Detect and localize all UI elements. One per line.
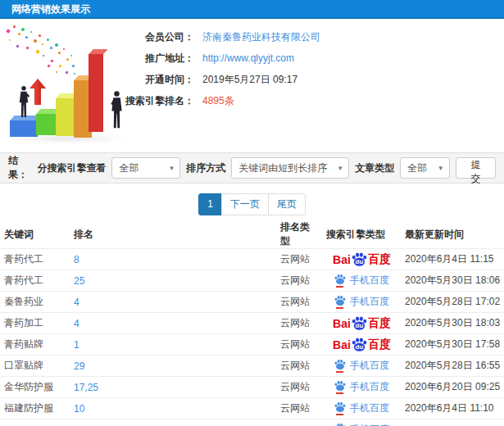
confetti-dot (26, 47, 30, 50)
businessman-left-icon (17, 84, 30, 120)
confetti-dot (21, 28, 25, 31)
table-row: 金华防护服17,25云网站手机百度2020年6月20日 09:25 (0, 377, 504, 398)
confetti-dot (51, 60, 54, 63)
baidu-logo: Baidu百度 (333, 337, 391, 352)
baidu-logo: Baidu百度 (333, 315, 391, 331)
keyword-cell: 膏药代工 (0, 249, 70, 270)
engine-type-cell: 手机百度 (322, 270, 401, 292)
pagination-page-1[interactable]: 1 (198, 193, 222, 215)
page: 网络营销效果展示 会员公司：济 (0, 0, 504, 426)
updated-time-cell: 2020年6月4日 11:15 (401, 249, 504, 270)
info-value[interactable]: 济南秦鲁药业科技有限公司 (202, 30, 320, 44)
keyword-ranking-table: 关键词 排名 排名类型 搜索引擎类型 最新更新时间 膏药代工8云网站Baidu百… (0, 220, 504, 426)
confetti-dot (34, 39, 37, 43)
pagination-next[interactable]: 下一页 (221, 193, 269, 215)
bar-blue (10, 120, 38, 137)
filter-bar: 结果： 分搜索引擎查看 全部 ▼ 排序方式 关键词由短到长排序 ▼ 文章类型 全… (0, 152, 504, 184)
baidu-logo-cn: 百度 (368, 316, 391, 331)
page-title: 网络营销效果展示 (11, 3, 90, 15)
rank-cell[interactable]: 10 (70, 398, 276, 419)
engine-type-cell: Baidu百度 (322, 249, 401, 270)
baidu-paw-icon (334, 359, 346, 373)
baidu-paw-icon: du (352, 252, 367, 267)
confetti-dot (48, 65, 51, 68)
rank-cell[interactable]: 25 (70, 270, 276, 292)
confetti-dot (43, 55, 45, 57)
table-header-row: 关键词 排名 排名类型 搜索引擎类型 最新更新时间 (0, 220, 504, 249)
rank-type-cell: 云网站 (276, 292, 322, 313)
mobile-baidu-logo: 手机百度 (334, 359, 389, 373)
baidu-paw-icon: du (352, 315, 367, 331)
updated-time-cell: 2020年5月28日 16:55 (401, 356, 504, 377)
info-label: 开通时间： (119, 73, 194, 87)
mobile-baidu-logo: 手机百度 (334, 380, 389, 394)
col-header-updated: 最新更新时间 (401, 220, 504, 249)
rank-cell[interactable]: 8 (70, 249, 276, 270)
rank-cell[interactable]: 1 (70, 334, 276, 356)
updated-time-cell: 2020年6月4日 11:10 (401, 398, 504, 419)
engine-filter-select[interactable]: 全部 ▼ (111, 157, 180, 179)
updated-time-cell: 2020年5月28日 17:02 (401, 292, 504, 313)
updated-time-cell (401, 419, 504, 426)
bar-green (36, 114, 56, 135)
article-type-value: 全部 (407, 161, 427, 175)
confetti-dot (56, 71, 57, 73)
rank-cell[interactable] (70, 419, 276, 426)
confetti-dot (9, 39, 11, 42)
chevron-down-icon: ▼ (337, 165, 343, 172)
rank-type-cell: 云网站 (276, 249, 322, 270)
rank-type-cell: 云网站 (276, 377, 322, 398)
article-type-label: 文章类型 (355, 161, 394, 175)
rank-cell[interactable]: 4 (70, 292, 276, 313)
mobile-baidu-logo: 手机百度 (334, 401, 389, 415)
baidu-logo-bai: Bai (333, 338, 351, 351)
baidu-logo-cn: 百度 (368, 338, 391, 352)
table-row: 福建防护服10云网站手机百度2020年6月4日 11:10 (0, 398, 504, 419)
info-value[interactable]: http://www.qlyyjt.com (202, 52, 294, 64)
mobile-baidu-label: 手机百度 (350, 380, 389, 394)
confetti-dot (66, 71, 69, 75)
page-header: 网络营销效果展示 (0, 0, 504, 19)
baidu-logo-bai: Bai (333, 317, 351, 330)
rank-type-cell: 云网站 (276, 398, 322, 419)
info-value: 4895条 (202, 94, 234, 108)
info-field: 推广地址：http://www.qlyyjt.com (119, 48, 320, 69)
keyword-cell: 秦鲁药业 (0, 292, 70, 313)
info-label: 搜索引擎排名： (119, 94, 194, 108)
table-row: 膏药代工25云网站手机百度2020年5月30日 18:06 (0, 270, 504, 292)
submit-button[interactable]: 提交 (456, 157, 496, 179)
engine-type-cell: 手机百度 (322, 419, 401, 426)
rank-cell[interactable]: 29 (70, 356, 276, 377)
mobile-baidu-logo: 手机百度 (334, 295, 389, 309)
rank-cell[interactable]: 17,25 (70, 377, 276, 398)
confetti-dot (55, 43, 58, 47)
rank-cell[interactable]: 4 (70, 313, 276, 334)
updated-time-cell: 2020年5月30日 17:58 (401, 334, 504, 356)
mobile-baidu-label: 手机百度 (350, 295, 389, 309)
pagination-last[interactable]: 尾页 (268, 193, 306, 215)
result-label: 结果： (8, 154, 37, 182)
confetti-dot (74, 73, 75, 75)
confetti-dot (66, 58, 69, 61)
baidu-logo-bai: Bai (333, 253, 351, 266)
confetti-dot (42, 43, 43, 45)
confetti-dot (59, 65, 62, 68)
confetti-dot (50, 47, 52, 49)
keyword-cell: 福建防护服 (0, 398, 70, 419)
mobile-baidu-label: 手机百度 (350, 423, 389, 426)
confetti-dot (39, 34, 41, 37)
info-label: 推广地址： (119, 52, 194, 66)
article-type-select[interactable]: 全部 ▼ (400, 157, 450, 179)
table-row: 口罩贴牌29云网站手机百度2020年5月28日 16:55 (0, 356, 504, 377)
table-row: 手机百度 (0, 419, 504, 426)
bar-yellow (56, 98, 75, 136)
info-value: 2019年5月27日 09:17 (202, 73, 297, 87)
confetti-dot (72, 65, 75, 67)
rank-type-cell: 云网站 (276, 313, 322, 334)
sort-select[interactable]: 关键词由短到长排序 ▼ (231, 157, 349, 179)
confetti-dot (18, 33, 20, 35)
keyword-cell: 膏药加工 (0, 313, 70, 334)
baidu-logo: Baidu百度 (333, 252, 391, 267)
filter-controls: 分搜索引擎查看 全部 ▼ 排序方式 关键词由短到长排序 ▼ 文章类型 全部 ▼ … (37, 157, 496, 179)
confetti-dot (35, 49, 39, 53)
